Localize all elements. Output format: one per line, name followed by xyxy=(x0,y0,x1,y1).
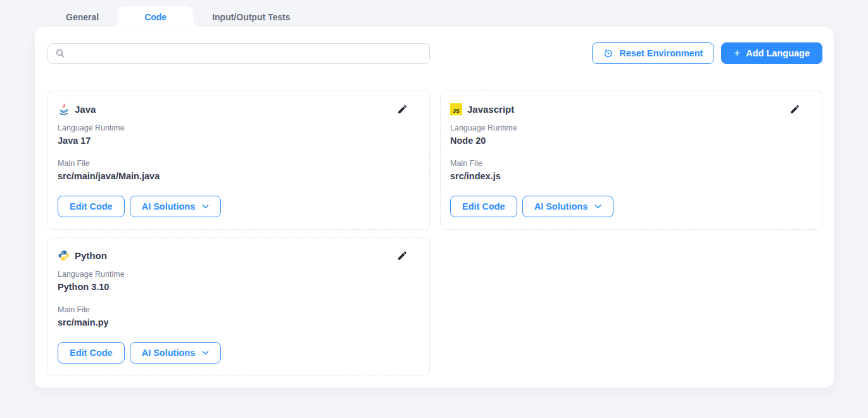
card-actions: Edit Code AI Solutions xyxy=(58,342,420,364)
main-file-value: src/main/java/Main.java xyxy=(58,171,420,181)
python-icon xyxy=(58,250,70,262)
tab-input-output-tests[interactable]: Input/Output Tests xyxy=(193,6,309,27)
runtime-value: Python 3.10 xyxy=(58,282,420,292)
runtime-value: Java 17 xyxy=(58,136,420,146)
edit-code-button[interactable]: Edit Code xyxy=(58,342,125,364)
js-badge: JS xyxy=(450,103,462,115)
language-card-python: Python Language Runtime Python 3.10 Main… xyxy=(47,237,430,376)
plus-icon: + xyxy=(734,48,740,58)
add-language-label: Add Language xyxy=(746,48,810,58)
ai-solutions-button[interactable]: AI Solutions xyxy=(130,342,222,364)
reset-environment-button[interactable]: Reset Environment xyxy=(592,42,714,64)
add-language-button[interactable]: + Add Language xyxy=(721,42,822,64)
edit-pencil-icon[interactable] xyxy=(396,103,408,115)
edit-code-label: Edit Code xyxy=(462,201,505,212)
code-panel: Reset Environment + Add Language xyxy=(35,27,834,388)
runtime-field: Language Runtime Node 20 xyxy=(450,124,812,146)
ai-solutions-label: AI Solutions xyxy=(534,201,588,212)
card-actions: Edit Code AI Solutions xyxy=(450,196,812,217)
edit-pencil-icon[interactable] xyxy=(396,249,408,262)
runtime-value: Node 20 xyxy=(450,136,812,146)
main-file-label: Main File xyxy=(58,159,420,168)
runtime-label: Language Runtime xyxy=(450,124,812,132)
runtime-field: Language Runtime Python 3.10 xyxy=(58,270,420,292)
card-title: Python xyxy=(75,250,107,261)
ai-solutions-button[interactable]: AI Solutions xyxy=(130,196,222,217)
ai-solutions-label: AI Solutions xyxy=(142,348,196,358)
edit-code-button[interactable]: Edit Code xyxy=(450,196,517,217)
card-title: Java xyxy=(75,104,96,115)
reset-icon xyxy=(603,48,613,58)
chevron-down-icon xyxy=(202,204,209,209)
card-header: JS Javascript xyxy=(450,103,812,115)
ai-solutions-button[interactable]: AI Solutions xyxy=(522,196,614,217)
edit-code-label: Edit Code xyxy=(70,348,113,358)
reset-environment-label: Reset Environment xyxy=(619,48,703,58)
main-file-value: src/main.py xyxy=(58,317,420,327)
ai-solutions-label: AI Solutions xyxy=(142,201,196,212)
card-header: Python xyxy=(58,249,420,262)
edit-pencil-icon[interactable] xyxy=(788,103,801,115)
runtime-field: Language Runtime Java 17 xyxy=(58,124,420,146)
chevron-down-icon xyxy=(594,204,601,209)
language-cards-grid: Java Language Runtime Java 17 Main File … xyxy=(47,91,822,376)
tab-general[interactable]: General xyxy=(47,6,118,27)
main-file-field: Main File src/index.js xyxy=(450,159,812,181)
tab-input-output-tests-label: Input/Output Tests xyxy=(212,12,290,22)
card-actions: Edit Code AI Solutions xyxy=(58,196,420,217)
main-file-label: Main File xyxy=(58,305,420,314)
main-file-label: Main File xyxy=(450,159,812,168)
card-header: Java xyxy=(58,103,420,115)
main-file-value: src/index.js xyxy=(450,171,812,181)
search-input[interactable] xyxy=(47,43,430,64)
tab-code-label: Code xyxy=(144,12,167,22)
tab-bar: General Code Input/Output Tests xyxy=(47,6,310,27)
runtime-label: Language Runtime xyxy=(58,124,420,132)
runtime-label: Language Runtime xyxy=(58,270,420,279)
edit-code-label: Edit Code xyxy=(70,201,113,212)
edit-code-button[interactable]: Edit Code xyxy=(58,196,125,217)
search-icon xyxy=(55,48,65,58)
toolbar: Reset Environment + Add Language xyxy=(47,42,822,64)
javascript-icon: JS xyxy=(450,103,462,115)
tab-general-label: General xyxy=(66,12,99,22)
page: General Code Input/Output Tests xyxy=(0,0,868,418)
chevron-down-icon xyxy=(202,350,209,355)
main-file-field: Main File src/main.py xyxy=(58,305,420,327)
language-card-javascript: JS Javascript Language Runtime Node 20 M… xyxy=(440,91,822,230)
language-card-java: Java Language Runtime Java 17 Main File … xyxy=(47,91,430,230)
empty-grid-cell xyxy=(440,237,822,376)
java-icon xyxy=(58,103,70,115)
tab-code[interactable]: Code xyxy=(118,6,193,27)
main-file-field: Main File src/main/java/Main.java xyxy=(58,159,420,181)
card-title: Javascript xyxy=(467,104,514,115)
search-box xyxy=(47,43,430,64)
